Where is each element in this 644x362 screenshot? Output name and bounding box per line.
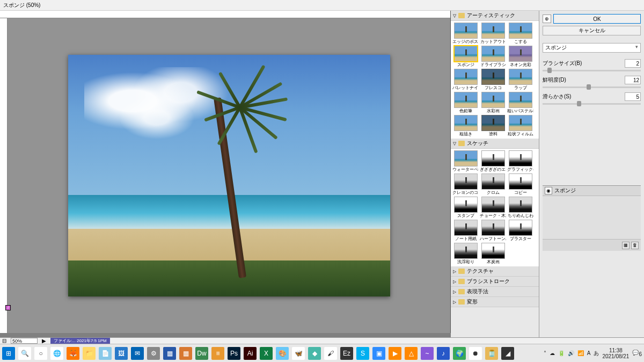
slider-track[interactable] [543, 86, 641, 88]
filter-item[interactable]: ぎざぎざのエッジ [480, 150, 506, 172]
taskbar-paint-icon[interactable]: 🎨 [276, 347, 289, 360]
taskbar-notepad-icon[interactable]: 📄 [99, 347, 112, 360]
slider-track[interactable] [543, 103, 641, 105]
filter-item[interactable]: 粒状フィルム [507, 115, 533, 137]
taskbar-brush-icon[interactable]: 🖌 [324, 347, 337, 360]
filter-item[interactable]: スタンプ [452, 197, 479, 219]
tray-chevron-icon[interactable]: ˄ [544, 350, 546, 356]
taskbar-firefox-icon[interactable]: 🦊 [67, 347, 79, 360]
filter-item[interactable]: ドライブラシ [480, 46, 506, 68]
taskbar-ide1-icon[interactable]: ▦ [163, 347, 176, 360]
filter-item[interactable]: チョーク・木炭画 [480, 197, 506, 219]
filter-item[interactable]: カットアウト [480, 23, 506, 45]
group-header-collapsed[interactable]: ▷テクスチャ [451, 266, 539, 277]
taskbar-app-dark-icon[interactable]: ◢ [501, 347, 514, 360]
taskbar-app-purple-icon[interactable]: ~ [421, 347, 434, 360]
slider-track[interactable] [543, 70, 641, 71]
tray-lang-icon[interactable]: あ [594, 350, 599, 357]
filter-item[interactable]: パレットナイフ [452, 69, 479, 91]
ruler-vertical[interactable] [0, 18, 8, 333]
taskbar-ide2-icon[interactable]: ▦ [179, 347, 192, 360]
taskbar-music-icon[interactable]: ♪ [437, 347, 450, 360]
taskbar-cortana-icon[interactable]: ○ [34, 347, 47, 360]
cancel-button[interactable]: キャンセル [543, 26, 641, 35]
slider-value-input[interactable] [625, 76, 641, 84]
canvas-viewport[interactable] [8, 18, 450, 333]
taskbar-app-teal-icon[interactable]: ◆ [308, 347, 321, 360]
slider-value-input[interactable] [625, 92, 641, 101]
filter-item[interactable]: フレスコ [480, 69, 506, 91]
marker-icon[interactable]: 止 [5, 305, 11, 310]
delete-effect-button[interactable]: 🗑 [631, 242, 639, 249]
taskbar-vlc-icon[interactable]: △ [405, 347, 418, 360]
taskbar-media-icon[interactable]: ▶ [389, 347, 401, 360]
tray-ime-icon[interactable]: A [587, 350, 591, 356]
filter-item[interactable]: クレヨンのコンテ画 [452, 173, 479, 196]
filter-item[interactable]: コピー [507, 173, 533, 196]
taskbar-globe-icon[interactable]: 🌍 [453, 347, 466, 360]
filter-item[interactable]: ウォーターペーパー [452, 150, 479, 172]
taskbar-settings-icon[interactable]: ⚙ [147, 347, 160, 360]
filter-item[interactable]: クロム [480, 173, 506, 196]
taskbar-chrome-icon[interactable]: 🌐 [50, 347, 63, 360]
tray-cloud-icon[interactable]: ☁ [550, 350, 555, 356]
filter-item[interactable]: 塗料 [480, 115, 506, 137]
taskbar-photoshop-icon[interactable]: Ps [228, 347, 240, 360]
taskbar-zoom-icon[interactable]: ▣ [372, 347, 385, 360]
taskbar-start-icon[interactable]: ⊞ [2, 347, 15, 360]
layers-body[interactable] [543, 196, 641, 239]
filter-item[interactable]: ノート用紙 [452, 220, 479, 242]
slider-thumb[interactable] [577, 101, 581, 106]
taskbar-skype-icon[interactable]: S [356, 347, 369, 360]
slider-value-input[interactable] [625, 59, 641, 68]
zoom-icon[interactable]: ⊕ [543, 15, 551, 23]
taskbar-ez-icon[interactable]: Ez [340, 347, 353, 360]
taskbar-dreamweaver-icon[interactable]: Dw [195, 347, 208, 360]
nav-left-icon[interactable]: ⊟ [2, 338, 6, 344]
filter-item[interactable]: ハーフトーンパターン [480, 220, 506, 242]
group-header-collapsed[interactable]: ▷ブラシストローク [451, 277, 539, 287]
nav-right-icon[interactable]: ▶ [42, 338, 46, 344]
group-header-sketch[interactable]: ▽ スケッチ [451, 139, 539, 149]
clock[interactable]: 11:38 2021/08/21 [602, 347, 629, 359]
tray-battery-icon[interactable]: 🔋 [558, 350, 565, 356]
group-header-artistic[interactable]: ▽ アーティスティック [451, 11, 539, 21]
filter-item[interactable]: ネオン光彩 [507, 46, 533, 68]
filter-item[interactable]: グラフィックペン [507, 150, 533, 172]
filter-item[interactable]: 粗描き [452, 115, 479, 137]
filter-item[interactable]: 木炭画 [480, 243, 506, 265]
filter-item[interactable]: 水彩画 [480, 92, 506, 114]
filter-item[interactable]: スポンジ [452, 46, 479, 68]
zoom-select[interactable] [11, 338, 38, 344]
new-effect-button[interactable]: ▦ [622, 242, 630, 249]
notifications-icon[interactable]: 💬6 [632, 350, 642, 357]
visibility-icon[interactable]: ◉ [545, 187, 552, 194]
taskbar-search-icon[interactable]: 🔍 [18, 347, 31, 360]
slider-thumb[interactable] [547, 68, 552, 73]
filter-item[interactable]: エッジのポスタリゼ [452, 23, 479, 45]
taskbar-sublime-icon[interactable]: ≡ [211, 347, 224, 360]
filter-item[interactable]: 色鉛筆 [452, 92, 479, 114]
filter-item[interactable]: こする [507, 23, 533, 45]
filter-item[interactable]: 粗いパステル画 [507, 92, 533, 114]
ok-button[interactable]: OK [553, 14, 641, 24]
taskbar-outlook-icon[interactable]: ✉ [131, 347, 144, 360]
taskbar-butterfly-icon[interactable]: 🦋 [292, 347, 305, 360]
group-header-collapsed[interactable]: ▷変形 [451, 297, 539, 307]
ruler-horizontal[interactable] [0, 11, 450, 18]
filter-item[interactable]: ちりめんじわ [507, 197, 533, 219]
slider-thumb[interactable] [587, 84, 591, 90]
tray-volume-icon[interactable]: 🔊 [568, 350, 574, 356]
filter-item[interactable]: 浅浮彫り [452, 243, 479, 265]
taskbar-excel-icon[interactable]: X [260, 347, 273, 360]
taskbar-illustrator-icon[interactable]: Ai [244, 347, 257, 360]
taskbar-photos-icon[interactable]: 🖼 [115, 347, 128, 360]
tray-wifi-icon[interactable]: 📶 [577, 350, 584, 356]
filter-item[interactable]: プラスター [507, 220, 533, 242]
taskbar-explorer-icon[interactable]: 📁 [83, 347, 96, 360]
filter-item[interactable]: ラップ [507, 69, 533, 91]
taskbar-record-icon[interactable]: ⏺ [469, 347, 482, 360]
group-header-collapsed[interactable]: ▷表現手法 [451, 287, 539, 297]
filter-dropdown[interactable]: スポンジ [543, 43, 641, 53]
taskbar-jar-icon[interactable]: 🫙 [485, 347, 498, 360]
